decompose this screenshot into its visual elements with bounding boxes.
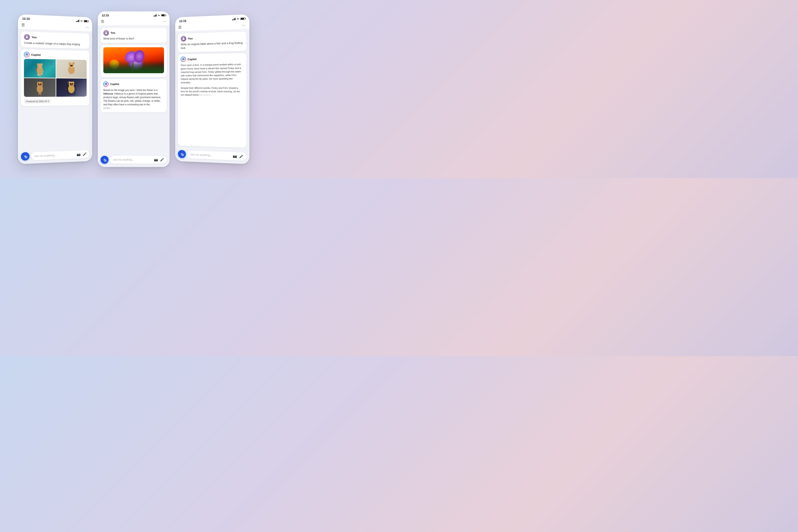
more-icon-right[interactable]: ⋯ bbox=[242, 23, 246, 27]
dog-image-3 bbox=[24, 78, 55, 97]
svg-text:♫: ♫ bbox=[73, 61, 75, 64]
copilot-bubble-right: Copilot Once upon a time, in a tranquil … bbox=[178, 53, 246, 148]
input-icons-left: 📷 🎤 bbox=[77, 152, 87, 156]
content-right: You Write an original fable about a fish… bbox=[175, 29, 249, 150]
input-area-left: Ask me anything... 📷 🎤 bbox=[18, 148, 92, 164]
content-center: You What kind of flower is this? bbox=[98, 25, 170, 154]
svg-text:♪♫: ♪♫ bbox=[67, 80, 71, 83]
user-message-right: Write an original fable about a fish and… bbox=[181, 41, 243, 50]
user-header-right: You bbox=[181, 34, 243, 41]
input-field-center[interactable]: Ask me anything... 📷 🎤 bbox=[110, 156, 167, 164]
phone-center: 12:15 ≫ ☰ ⋯ bbox=[98, 12, 170, 167]
user-header-left: You bbox=[24, 34, 87, 41]
time-center: 12:15 bbox=[102, 14, 109, 17]
copilot-text-center: Based on the image you sent, I think the… bbox=[103, 88, 164, 106]
camera-icon-left[interactable]: 📷 bbox=[77, 152, 81, 156]
copilot-logo-center bbox=[103, 81, 109, 87]
user-bubble-right: You Write an original fable about a fish… bbox=[178, 31, 246, 53]
svg-text:♪: ♪ bbox=[41, 62, 42, 65]
camera-icon-center[interactable]: 📷 bbox=[154, 158, 158, 162]
dog-image-grid: ♪ bbox=[24, 59, 87, 97]
user-name-left: You bbox=[32, 36, 37, 39]
avatar-right bbox=[181, 36, 186, 41]
add-icon-center bbox=[102, 158, 107, 162]
phone-right: 12:15 ≫ ☰ ⋯ bbox=[175, 14, 249, 164]
user-name-center: You bbox=[111, 31, 115, 34]
dog-image-1: ♪ bbox=[24, 59, 55, 78]
phone-center-wrapper: 12:15 ≫ ☰ ⋯ bbox=[98, 12, 170, 167]
more-icon-center[interactable]: ⋯ bbox=[163, 20, 166, 23]
input-placeholder-right: Ask me anything... bbox=[190, 153, 212, 157]
status-icons-right: ≫ bbox=[232, 17, 245, 20]
menu-icon-left[interactable]: ☰ bbox=[21, 22, 25, 27]
battery-icon-right bbox=[241, 17, 245, 20]
battery-icon-left bbox=[84, 20, 88, 22]
avatar-left bbox=[24, 34, 30, 40]
wifi-icon-center: ≫ bbox=[158, 14, 160, 17]
menu-icon-right[interactable]: ☰ bbox=[178, 25, 182, 30]
dall-e-badge: Powered by DALL•E 3 bbox=[24, 99, 51, 103]
status-bar-center: 12:15 ≫ bbox=[98, 12, 170, 18]
user-name-right: You bbox=[188, 37, 193, 40]
copilot-bubble-center: Copilot Based on the image you sent, I t… bbox=[100, 79, 167, 112]
user-header-center: You bbox=[103, 30, 164, 36]
phone-left-wrapper: 12:15 ≫ ☰ ⋯ bbox=[18, 14, 92, 164]
mic-icon-right[interactable]: 🎤 bbox=[239, 154, 243, 158]
copilot-bubble-left: Copilot bbox=[21, 49, 89, 106]
user-bubble-left: You Create a realistic image of a happy … bbox=[21, 31, 89, 49]
input-field-left[interactable]: Ask me anything... 📷 🎤 bbox=[31, 150, 89, 160]
menu-icon-center[interactable]: ☰ bbox=[101, 19, 104, 24]
svg-point-43 bbox=[183, 37, 184, 38]
camera-icon-right[interactable]: 📷 bbox=[233, 154, 237, 158]
add-button-right[interactable] bbox=[178, 150, 186, 158]
more-icon-left[interactable]: ⋯ bbox=[86, 25, 89, 29]
add-button-center[interactable] bbox=[100, 156, 109, 164]
status-icons-left: ≫ bbox=[76, 19, 88, 22]
svg-point-40 bbox=[105, 83, 107, 85]
input-area-right: Ask me anything... 📷 🎤 bbox=[175, 148, 249, 164]
input-icons-center: 📷 🎤 bbox=[154, 158, 164, 162]
signal-icon-center bbox=[153, 14, 157, 17]
battery-icon-center bbox=[161, 14, 166, 16]
input-icons-right: 📷 🎤 bbox=[233, 154, 243, 158]
input-placeholder-center: Ask me anything... bbox=[113, 158, 134, 161]
signal-icon-right bbox=[232, 18, 235, 20]
signal-icon-left bbox=[76, 19, 79, 22]
add-icon-left bbox=[23, 154, 27, 158]
user-message-center: What kind of flower is this? bbox=[103, 37, 164, 40]
add-button-left[interactable] bbox=[21, 152, 30, 160]
copilot-logo-left bbox=[24, 52, 30, 57]
phones-container: 12:15 ≫ ☰ ⋯ bbox=[16, 7, 251, 171]
input-field-right[interactable]: Ask me anything... 📷 🎤 bbox=[188, 150, 246, 160]
time-right: 12:15 bbox=[179, 19, 186, 22]
wifi-icon-right: ≫ bbox=[236, 17, 240, 20]
user-message-left: Create a realistic image of a happy dog … bbox=[24, 41, 87, 46]
input-area-center: Ask me anything... 📷 🎤 bbox=[98, 154, 170, 167]
add-icon-right bbox=[180, 152, 184, 156]
copilot-text-faded-center: center... bbox=[103, 106, 164, 110]
mic-icon-center[interactable]: 🎤 bbox=[160, 158, 164, 162]
copilot-name-right: Copilot bbox=[188, 57, 196, 61]
copilot-name-left: Copilot bbox=[31, 53, 40, 56]
dog-image-2: ♫ bbox=[56, 59, 87, 78]
status-icons-center: ≫ bbox=[153, 14, 166, 17]
mic-icon-left[interactable]: 🎤 bbox=[82, 152, 87, 156]
phone-right-wrapper: 12:15 ≫ ☰ ⋯ bbox=[175, 14, 249, 164]
user-bubble-center: You What kind of flower is this? bbox=[100, 28, 167, 43]
svg-point-45 bbox=[183, 59, 184, 60]
svg-point-2 bbox=[26, 54, 27, 55]
dog-image-4: ♪♫ bbox=[56, 78, 87, 97]
avatar-center bbox=[103, 30, 109, 36]
copilot-header-left: Copilot bbox=[24, 52, 87, 58]
phone-left: 12:15 ≫ ☰ ⋯ bbox=[18, 14, 92, 164]
svg-point-0 bbox=[26, 36, 27, 37]
flower-image-bubble bbox=[100, 45, 167, 77]
copilot-header-right: Copilot bbox=[181, 55, 243, 62]
fable-paragraph-2: Despite their different worlds, Finley a… bbox=[181, 86, 243, 97]
copilot-logo-right bbox=[181, 57, 186, 62]
time-left: 12:15 bbox=[22, 17, 30, 20]
copilot-header-center: Copilot bbox=[103, 81, 164, 87]
svg-point-38 bbox=[106, 32, 107, 33]
wifi-icon-left: ≫ bbox=[80, 19, 83, 22]
copilot-name-center: Copilot bbox=[110, 82, 119, 86]
